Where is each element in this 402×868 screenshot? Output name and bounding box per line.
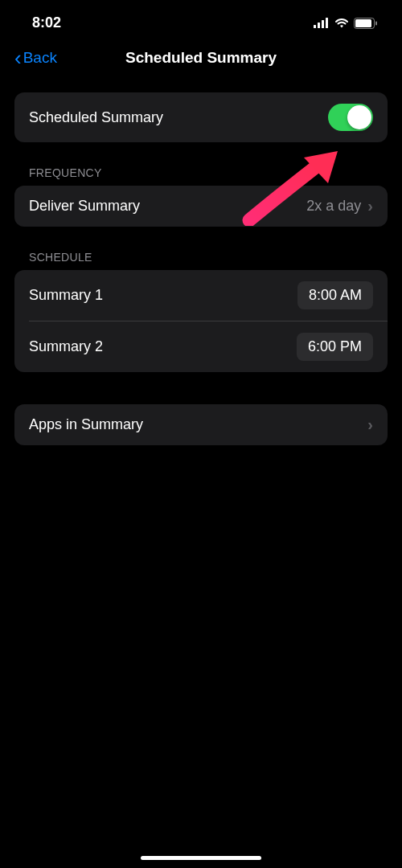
- nav-bar: ‹ Back Scheduled Summary: [0, 39, 402, 83]
- deliver-summary-label: Deliver Summary: [29, 198, 140, 215]
- chevron-right-icon: ›: [367, 197, 373, 215]
- status-icons: [314, 18, 378, 29]
- svg-rect-3: [326, 18, 328, 28]
- schedule-group: Summary 1 8:00 AM Summary 2 6:00 PM: [14, 270, 388, 372]
- summary-2-label: Summary 2: [29, 338, 103, 355]
- cellular-icon: [314, 18, 330, 28]
- scheduled-summary-label: Scheduled Summary: [29, 109, 163, 126]
- deliver-summary-row[interactable]: Deliver Summary 2x a day ›: [14, 186, 388, 227]
- back-button[interactable]: ‹ Back: [14, 47, 57, 68]
- chevron-left-icon: ‹: [14, 47, 22, 68]
- apps-in-summary-row[interactable]: Apps in Summary ›: [14, 404, 388, 445]
- status-time: 8:02: [32, 14, 61, 31]
- summary-1-label: Summary 1: [29, 287, 103, 304]
- svg-rect-2: [322, 20, 324, 28]
- battery-icon: [354, 18, 378, 29]
- page-title: Scheduled Summary: [125, 49, 277, 67]
- summary-1-time[interactable]: 8:00 AM: [297, 281, 373, 309]
- schedule-header: SCHEDULE: [14, 235, 388, 270]
- summary-2-time[interactable]: 6:00 PM: [297, 333, 373, 361]
- wifi-icon: [334, 18, 349, 28]
- back-label: Back: [23, 49, 57, 67]
- summary-2-row: Summary 2 6:00 PM: [14, 321, 388, 372]
- svg-rect-5: [355, 19, 371, 27]
- status-bar: 8:02: [0, 0, 402, 39]
- apps-group: Apps in Summary ›: [14, 404, 388, 445]
- svg-rect-1: [318, 23, 320, 28]
- svg-rect-6: [375, 21, 377, 25]
- toggle-group: Scheduled Summary: [14, 92, 388, 142]
- chevron-right-icon: ›: [367, 416, 373, 434]
- home-indicator[interactable]: [141, 856, 261, 860]
- scheduled-summary-row: Scheduled Summary: [14, 92, 388, 142]
- toggle-knob: [347, 105, 371, 129]
- deliver-summary-value: 2x a day ›: [306, 197, 373, 215]
- apps-in-summary-label: Apps in Summary: [29, 416, 143, 433]
- frequency-header: FREQUENCY: [14, 150, 388, 186]
- scheduled-summary-toggle[interactable]: [328, 104, 373, 131]
- frequency-group: Deliver Summary 2x a day ›: [14, 186, 388, 227]
- svg-rect-0: [314, 25, 316, 28]
- summary-1-row: Summary 1 8:00 AM: [14, 270, 388, 321]
